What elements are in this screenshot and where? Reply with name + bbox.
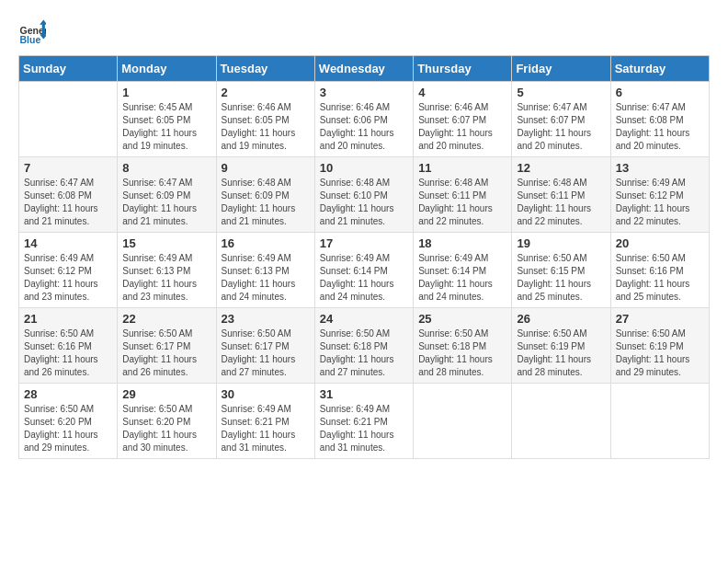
day-detail: Sunrise: 6:50 AM Sunset: 6:16 PM Dayligh… bbox=[24, 327, 112, 379]
calendar-cell: 13Sunrise: 6:49 AM Sunset: 6:12 PM Dayli… bbox=[610, 157, 709, 233]
day-number: 7 bbox=[24, 161, 112, 175]
day-number: 24 bbox=[320, 312, 408, 326]
day-detail: Sunrise: 6:49 AM Sunset: 6:13 PM Dayligh… bbox=[122, 252, 210, 304]
day-detail: Sunrise: 6:50 AM Sunset: 6:19 PM Dayligh… bbox=[616, 327, 704, 379]
calendar-cell: 11Sunrise: 6:48 AM Sunset: 6:11 PM Dayli… bbox=[414, 157, 512, 233]
day-number: 22 bbox=[122, 312, 210, 326]
calendar-cell: 26Sunrise: 6:50 AM Sunset: 6:19 PM Dayli… bbox=[512, 308, 610, 384]
day-number: 28 bbox=[24, 387, 112, 401]
day-number: 26 bbox=[517, 312, 605, 326]
day-detail: Sunrise: 6:50 AM Sunset: 6:16 PM Dayligh… bbox=[616, 252, 704, 304]
day-number: 23 bbox=[222, 312, 310, 326]
calendar-cell: 27Sunrise: 6:50 AM Sunset: 6:19 PM Dayli… bbox=[610, 308, 709, 384]
day-number: 19 bbox=[517, 236, 605, 250]
logo-icon: General Blue bbox=[18, 18, 46, 46]
day-detail: Sunrise: 6:47 AM Sunset: 6:08 PM Dayligh… bbox=[616, 101, 704, 153]
calendar-cell: 9Sunrise: 6:48 AM Sunset: 6:09 PM Daylig… bbox=[216, 157, 314, 233]
day-detail: Sunrise: 6:47 AM Sunset: 6:08 PM Dayligh… bbox=[24, 177, 112, 228]
page-header: General Blue bbox=[18, 18, 710, 46]
day-number: 9 bbox=[222, 161, 310, 175]
calendar-cell: 25Sunrise: 6:50 AM Sunset: 6:18 PM Dayli… bbox=[414, 308, 512, 384]
day-number: 8 bbox=[122, 161, 210, 175]
calendar-cell: 4Sunrise: 6:46 AM Sunset: 6:07 PM Daylig… bbox=[414, 82, 512, 157]
logo: General Blue bbox=[18, 18, 50, 46]
day-number: 2 bbox=[222, 86, 310, 99]
calendar-cell: 24Sunrise: 6:50 AM Sunset: 6:18 PM Dayli… bbox=[314, 308, 413, 384]
day-detail: Sunrise: 6:50 AM Sunset: 6:17 PM Dayligh… bbox=[222, 327, 310, 379]
calendar-cell: 1Sunrise: 6:45 AM Sunset: 6:05 PM Daylig… bbox=[118, 82, 216, 157]
calendar-header-tuesday: Tuesday bbox=[216, 56, 314, 82]
day-detail: Sunrise: 6:49 AM Sunset: 6:14 PM Dayligh… bbox=[320, 252, 408, 304]
calendar-cell: 5Sunrise: 6:47 AM Sunset: 6:07 PM Daylig… bbox=[512, 82, 610, 157]
day-detail: Sunrise: 6:50 AM Sunset: 6:20 PM Dayligh… bbox=[24, 403, 112, 454]
day-detail: Sunrise: 6:50 AM Sunset: 6:20 PM Dayligh… bbox=[122, 403, 210, 454]
day-detail: Sunrise: 6:49 AM Sunset: 6:12 PM Dayligh… bbox=[616, 177, 704, 228]
calendar-cell: 14Sunrise: 6:49 AM Sunset: 6:12 PM Dayli… bbox=[19, 233, 118, 308]
day-number: 14 bbox=[24, 236, 112, 250]
day-detail: Sunrise: 6:49 AM Sunset: 6:14 PM Dayligh… bbox=[418, 252, 506, 304]
calendar-cell: 12Sunrise: 6:48 AM Sunset: 6:11 PM Dayli… bbox=[512, 157, 610, 233]
calendar-cell: 15Sunrise: 6:49 AM Sunset: 6:13 PM Dayli… bbox=[118, 233, 216, 308]
day-detail: Sunrise: 6:48 AM Sunset: 6:11 PM Dayligh… bbox=[517, 177, 605, 228]
calendar-week-row: 14Sunrise: 6:49 AM Sunset: 6:12 PM Dayli… bbox=[19, 233, 710, 308]
calendar-cell: 6Sunrise: 6:47 AM Sunset: 6:08 PM Daylig… bbox=[610, 82, 709, 157]
day-number: 3 bbox=[320, 86, 408, 99]
calendar-header-wednesday: Wednesday bbox=[314, 56, 413, 82]
day-detail: Sunrise: 6:50 AM Sunset: 6:19 PM Dayligh… bbox=[517, 327, 605, 379]
day-number: 5 bbox=[517, 86, 605, 99]
svg-text:Blue: Blue bbox=[20, 34, 41, 45]
day-detail: Sunrise: 6:50 AM Sunset: 6:17 PM Dayligh… bbox=[122, 327, 210, 379]
calendar-header-row: SundayMondayTuesdayWednesdayThursdayFrid… bbox=[19, 56, 710, 82]
calendar-cell bbox=[414, 384, 512, 459]
day-number: 10 bbox=[320, 161, 408, 175]
calendar-cell: 2Sunrise: 6:46 AM Sunset: 6:05 PM Daylig… bbox=[216, 82, 314, 157]
day-number: 4 bbox=[418, 86, 506, 99]
calendar-cell: 18Sunrise: 6:49 AM Sunset: 6:14 PM Dayli… bbox=[414, 233, 512, 308]
calendar-cell: 3Sunrise: 6:46 AM Sunset: 6:06 PM Daylig… bbox=[314, 82, 413, 157]
day-number: 16 bbox=[222, 236, 310, 250]
calendar-cell: 23Sunrise: 6:50 AM Sunset: 6:17 PM Dayli… bbox=[216, 308, 314, 384]
day-detail: Sunrise: 6:48 AM Sunset: 6:09 PM Dayligh… bbox=[222, 177, 310, 228]
day-detail: Sunrise: 6:50 AM Sunset: 6:18 PM Dayligh… bbox=[418, 327, 506, 379]
day-number: 29 bbox=[122, 387, 210, 401]
day-detail: Sunrise: 6:46 AM Sunset: 6:07 PM Dayligh… bbox=[418, 101, 506, 153]
calendar-week-row: 21Sunrise: 6:50 AM Sunset: 6:16 PM Dayli… bbox=[19, 308, 710, 384]
calendar-cell: 17Sunrise: 6:49 AM Sunset: 6:14 PM Dayli… bbox=[314, 233, 413, 308]
day-number: 25 bbox=[418, 312, 506, 326]
calendar-week-row: 28Sunrise: 6:50 AM Sunset: 6:20 PM Dayli… bbox=[19, 384, 710, 459]
day-detail: Sunrise: 6:50 AM Sunset: 6:18 PM Dayligh… bbox=[320, 327, 408, 379]
calendar-cell bbox=[512, 384, 610, 459]
calendar-cell: 30Sunrise: 6:49 AM Sunset: 6:21 PM Dayli… bbox=[216, 384, 314, 459]
day-detail: Sunrise: 6:49 AM Sunset: 6:21 PM Dayligh… bbox=[222, 403, 310, 454]
day-detail: Sunrise: 6:49 AM Sunset: 6:21 PM Dayligh… bbox=[320, 403, 408, 454]
day-detail: Sunrise: 6:49 AM Sunset: 6:12 PM Dayligh… bbox=[24, 252, 112, 304]
day-detail: Sunrise: 6:47 AM Sunset: 6:07 PM Dayligh… bbox=[517, 101, 605, 153]
calendar-cell: 7Sunrise: 6:47 AM Sunset: 6:08 PM Daylig… bbox=[19, 157, 118, 233]
calendar-cell: 31Sunrise: 6:49 AM Sunset: 6:21 PM Dayli… bbox=[314, 384, 413, 459]
day-number: 30 bbox=[222, 387, 310, 401]
day-detail: Sunrise: 6:50 AM Sunset: 6:15 PM Dayligh… bbox=[517, 252, 605, 304]
day-detail: Sunrise: 6:46 AM Sunset: 6:06 PM Dayligh… bbox=[320, 101, 408, 153]
calendar-header-sunday: Sunday bbox=[19, 56, 118, 82]
calendar-cell: 16Sunrise: 6:49 AM Sunset: 6:13 PM Dayli… bbox=[216, 233, 314, 308]
day-number: 27 bbox=[616, 312, 704, 326]
calendar-cell: 8Sunrise: 6:47 AM Sunset: 6:09 PM Daylig… bbox=[118, 157, 216, 233]
day-detail: Sunrise: 6:49 AM Sunset: 6:13 PM Dayligh… bbox=[222, 252, 310, 304]
day-number: 15 bbox=[122, 236, 210, 250]
day-number: 17 bbox=[320, 236, 408, 250]
calendar-cell bbox=[19, 82, 118, 157]
day-number: 6 bbox=[616, 86, 704, 99]
calendar-cell bbox=[610, 384, 709, 459]
calendar-header-saturday: Saturday bbox=[610, 56, 709, 82]
calendar-header-thursday: Thursday bbox=[414, 56, 512, 82]
calendar-cell: 21Sunrise: 6:50 AM Sunset: 6:16 PM Dayli… bbox=[19, 308, 118, 384]
calendar-table: SundayMondayTuesdayWednesdayThursdayFrid… bbox=[18, 55, 710, 459]
calendar-cell: 28Sunrise: 6:50 AM Sunset: 6:20 PM Dayli… bbox=[19, 384, 118, 459]
day-detail: Sunrise: 6:45 AM Sunset: 6:05 PM Dayligh… bbox=[122, 101, 210, 153]
day-number: 21 bbox=[24, 312, 112, 326]
calendar-cell: 22Sunrise: 6:50 AM Sunset: 6:17 PM Dayli… bbox=[118, 308, 216, 384]
day-number: 1 bbox=[122, 86, 210, 99]
day-detail: Sunrise: 6:46 AM Sunset: 6:05 PM Dayligh… bbox=[222, 101, 310, 153]
day-number: 20 bbox=[616, 236, 704, 250]
calendar-cell: 29Sunrise: 6:50 AM Sunset: 6:20 PM Dayli… bbox=[118, 384, 216, 459]
